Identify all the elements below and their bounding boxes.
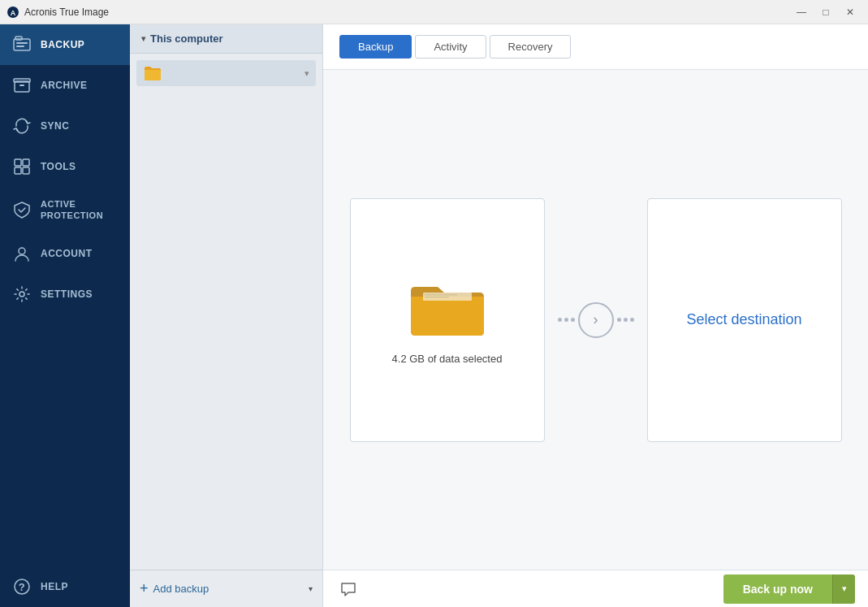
- tab-recovery[interactable]: Recovery: [490, 35, 572, 59]
- arrow-circle: ›: [578, 302, 614, 338]
- tab-activity[interactable]: Activity: [415, 35, 486, 59]
- svg-rect-5: [16, 46, 24, 47]
- sidebar-active-protection-label: ACTIVE PROTECTION: [41, 198, 117, 222]
- bottom-bar: Back up now ▾: [323, 570, 868, 607]
- large-folder-icon: [407, 275, 488, 340]
- sidebar-backup-label: BACKUP: [41, 39, 84, 50]
- add-icon: +: [140, 580, 149, 597]
- dot: [571, 318, 575, 322]
- backup-icon: [13, 36, 31, 54]
- chevron-down-icon: ▾: [842, 583, 847, 594]
- minimize-button[interactable]: —: [790, 4, 813, 20]
- dot: [564, 318, 568, 322]
- close-button[interactable]: ✕: [839, 4, 862, 20]
- dot: [630, 318, 634, 322]
- chevron-down-icon: ▾: [141, 34, 145, 43]
- account-icon: [13, 245, 31, 262]
- svg-rect-9: [15, 159, 21, 166]
- svg-rect-4: [16, 42, 28, 44]
- comment-button[interactable]: [336, 577, 361, 601]
- add-backup-label: Add backup: [153, 583, 209, 595]
- back-up-now-button[interactable]: Back up now: [723, 574, 832, 604]
- sidebar-item-settings[interactable]: SETTINGS: [0, 274, 130, 314]
- sidebar-item-archive[interactable]: ARCHIVE: [0, 65, 130, 106]
- maximize-button[interactable]: □: [814, 4, 837, 20]
- help-icon: ?: [13, 578, 31, 596]
- panel-header-title: This computer: [150, 33, 223, 45]
- sidebar-item-account[interactable]: ACCOUNT: [0, 233, 130, 274]
- svg-rect-11: [15, 167, 21, 174]
- dot: [558, 318, 562, 322]
- sync-icon: [13, 117, 31, 135]
- sidebar-sync-label: SYNC: [41, 120, 69, 132]
- backup-now-wrap: Back up now ▾: [723, 574, 855, 604]
- left-dots: [558, 318, 575, 322]
- panel-footer[interactable]: + Add backup ▾: [130, 570, 322, 607]
- sidebar-item-sync[interactable]: SYNC: [0, 106, 130, 146]
- sidebar-item-help[interactable]: ? HELP: [0, 566, 130, 607]
- sidebar-item-tools[interactable]: TOOLS: [0, 146, 130, 187]
- svg-rect-10: [23, 159, 29, 166]
- right-arrow-icon: ›: [594, 311, 598, 328]
- sidebar-item-backup[interactable]: BACKUP: [0, 24, 130, 65]
- sidebar-item-active-protection[interactable]: ACTIVE PROTECTION: [0, 187, 130, 233]
- app-title: Acronis True Image: [24, 7, 790, 18]
- svg-rect-8: [19, 85, 24, 86]
- svg-rect-2: [14, 39, 30, 50]
- sidebar-settings-label: SETTINGS: [41, 288, 93, 300]
- sidebar-bottom: ? HELP: [0, 566, 130, 607]
- sidebar-account-label: ACCOUNT: [41, 248, 93, 259]
- select-destination-label: Select destination: [686, 310, 801, 330]
- panel-folder-expand: ▾: [304, 68, 309, 79]
- right-dots: [617, 318, 634, 322]
- arrow-connector: ›: [545, 302, 647, 338]
- folder-icon: [143, 65, 162, 81]
- backup-source-card[interactable]: 4.2 GB of data selected: [350, 198, 545, 442]
- sidebar: BACKUP ARCHIVE SYNC: [0, 24, 130, 607]
- tools-icon: [13, 158, 31, 176]
- source-label: 4.2 GB of data selected: [392, 353, 503, 365]
- backup-dest-card[interactable]: Select destination: [647, 198, 842, 442]
- dot: [617, 318, 621, 322]
- main-layout: BACKUP ARCHIVE SYNC: [0, 24, 868, 607]
- sidebar-tools-label: TOOLS: [41, 161, 76, 172]
- content-main: 4.2 GB of data selected ›: [323, 70, 868, 570]
- svg-rect-6: [15, 81, 29, 92]
- sidebar-archive-label: ARCHIVE: [41, 80, 88, 91]
- tab-backup[interactable]: Backup: [339, 35, 412, 59]
- svg-rect-7: [14, 79, 30, 82]
- svg-rect-3: [15, 37, 22, 40]
- content-tabs: Backup Activity Recovery: [323, 24, 868, 70]
- app-logo: A: [6, 6, 19, 19]
- shield-icon: [13, 201, 31, 219]
- backup-now-dropdown-button[interactable]: ▾: [832, 574, 855, 604]
- titlebar: A Acronis True Image — □ ✕: [0, 0, 868, 24]
- svg-text:A: A: [11, 9, 16, 17]
- panel-folder-item[interactable]: ▾: [136, 60, 316, 86]
- panel-area: ▾ This computer ▾ + Add backup ▾: [130, 24, 323, 607]
- archive-icon: [13, 76, 31, 94]
- svg-rect-12: [23, 167, 29, 174]
- window-controls: — □ ✕: [790, 4, 862, 20]
- content-area: Backup Activity Recovery 4.2 GB of data …: [323, 24, 868, 607]
- panel-body: ▾: [130, 54, 322, 570]
- svg-text:?: ?: [19, 581, 25, 593]
- panel-header[interactable]: ▾ This computer: [130, 24, 322, 54]
- dot: [624, 318, 628, 322]
- sidebar-help-label: HELP: [41, 581, 68, 592]
- chevron-down-icon: ▾: [309, 584, 313, 593]
- svg-point-14: [19, 292, 24, 297]
- svg-rect-19: [425, 297, 449, 298]
- svg-point-13: [19, 248, 25, 254]
- settings-icon: [13, 285, 31, 303]
- svg-rect-18: [425, 294, 457, 296]
- comment-icon: [340, 582, 356, 596]
